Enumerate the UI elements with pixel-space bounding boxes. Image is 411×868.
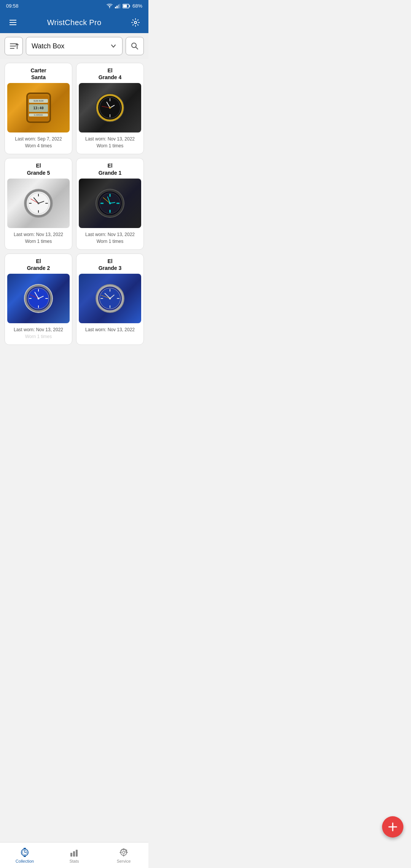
watch-card-name: CarterSanta: [30, 67, 46, 81]
watch-card-el-grande2[interactable]: ElGrande 2: [5, 254, 72, 345]
status-bar: 09:58 68%: [0, 0, 148, 12]
dropdown-label: Watch Box: [32, 42, 64, 50]
watch-image-grande4: [79, 83, 141, 132]
signal-icon: [115, 4, 120, 8]
status-time: 09:58: [6, 3, 19, 9]
watch-card-name: ElGrande 2: [27, 258, 50, 271]
watch-card-info: Last worn: Nov 13, 2022 Worn 1 times: [14, 231, 63, 245]
watch-image-carter: SUN 8/28 13:40 G-SHOCK: [7, 83, 70, 132]
watch-grid: CarterSanta SUN 8/28 13:40 G-SHOCK Last …: [0, 59, 148, 349]
worn-times: Worn 1 times: [14, 238, 63, 245]
sort-button[interactable]: [5, 37, 23, 55]
worn-times: Worn 1 times: [14, 333, 63, 340]
svg-line-16: [136, 47, 138, 49]
svg-point-10: [134, 21, 137, 24]
watch-card-name: ElGrande 4: [99, 67, 122, 81]
watch-card-el-grande1[interactable]: ElGrande 1: [76, 158, 144, 249]
last-worn: Last worn: Nov 13, 2022: [85, 326, 135, 333]
app-title: WristCheck Pro: [47, 18, 102, 27]
last-worn: Last worn: Nov 13, 2022: [85, 231, 135, 238]
watch-box-dropdown[interactable]: Watch Box: [26, 37, 123, 55]
chevron-down-icon: [110, 43, 117, 49]
watch-card-info: Last worn: Nov 13, 2022: [85, 326, 135, 333]
watch-card-info: Last worn: Nov 13, 2022 Worn 1 times: [85, 231, 135, 245]
worn-times: Worn 1 times: [85, 142, 135, 149]
battery-icon: [123, 4, 130, 8]
svg-rect-9: [10, 24, 16, 25]
worn-times: Worn 4 times: [15, 142, 62, 149]
search-icon: [130, 41, 139, 51]
svg-rect-7: [10, 20, 16, 21]
watch-card-name: ElGrande 3: [99, 258, 122, 271]
filter-bar: Watch Box: [0, 33, 148, 59]
last-worn: Last worn: Sep 7, 2022: [15, 136, 62, 142]
search-button[interactable]: [126, 37, 144, 55]
watch-card-name: ElGrande 1: [99, 162, 122, 176]
last-worn: Last worn: Nov 13, 2022: [85, 136, 135, 142]
app-bar: WristCheck Pro: [0, 12, 148, 33]
settings-icon: [131, 18, 140, 27]
watch-card-info: Last worn: Nov 13, 2022 Worn 1 times: [14, 326, 63, 340]
svg-rect-0: [115, 7, 116, 8]
watch-card-name: ElGrande 5: [27, 162, 50, 176]
svg-rect-8: [10, 22, 16, 23]
watch-image-grande1: [79, 179, 141, 228]
watch-image-grande3: [79, 274, 141, 323]
battery-level: 68%: [132, 3, 142, 9]
last-worn: Last worn: Nov 13, 2022: [14, 231, 63, 238]
watch-card-info: Last worn: Nov 13, 2022 Worn 1 times: [85, 136, 135, 149]
wifi-icon: [107, 4, 113, 8]
svg-rect-5: [129, 5, 130, 7]
worn-times: Worn 1 times: [85, 238, 135, 245]
svg-rect-1: [116, 6, 118, 8]
watch-card-el-grande4[interactable]: ElGrande 4: [76, 63, 144, 154]
svg-rect-3: [119, 4, 120, 8]
menu-button[interactable]: [6, 16, 20, 29]
watch-image-grande2: [7, 274, 70, 323]
watch-image-grande5: [7, 179, 70, 228]
svg-rect-6: [123, 5, 127, 7]
sort-icon: [9, 41, 19, 51]
watch-card-el-grande3[interactable]: ElGrande 3: [76, 254, 144, 345]
watch-card-info: Last worn: Sep 7, 2022 Worn 4 times: [15, 136, 62, 149]
status-right: 68%: [107, 3, 142, 9]
last-worn: Last worn: Nov 13, 2022: [14, 326, 63, 333]
watch-card-carter-santa[interactable]: CarterSanta SUN 8/28 13:40 G-SHOCK Last …: [5, 63, 72, 154]
menu-icon: [8, 18, 18, 27]
svg-rect-2: [118, 5, 119, 8]
settings-button[interactable]: [129, 16, 142, 29]
watch-card-el-grande5[interactable]: ElGrande 5: [5, 158, 72, 249]
